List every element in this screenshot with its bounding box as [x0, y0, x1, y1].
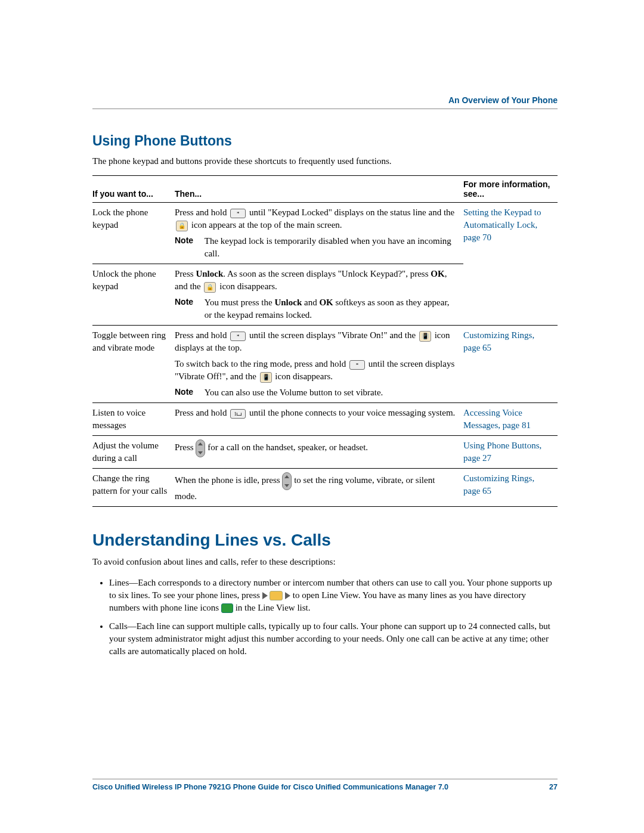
bullet-list: Lines—Each corresponds to a directory nu… — [109, 577, 558, 658]
lock-icon: 🔒 — [204, 282, 216, 293]
asterisk-key-icon: * — [230, 209, 246, 218]
cell-link: Customizing Rings, page 65 — [463, 469, 558, 507]
cell-then: Press Unlock. As soon as the screen disp… — [175, 264, 463, 326]
cell-want: Listen to voice messages — [92, 403, 175, 436]
cell-link: Using Phone Buttons, page 27 — [463, 436, 558, 469]
th-then: Then... — [175, 176, 463, 203]
line-icon — [221, 603, 233, 613]
lock-icon: 🔒 — [176, 221, 188, 231]
cell-want: Lock the phone keypad — [92, 203, 175, 264]
note-label: Note — [175, 235, 202, 247]
cell-want: Unlock the phone keypad — [92, 264, 175, 326]
right-arrow-icon — [285, 592, 290, 599]
page-footer: Cisco Unified Wireless IP Phone 7921G Ph… — [92, 779, 558, 791]
list-item: Lines—Each corresponds to a directory nu… — [109, 577, 558, 614]
section2-intro: To avoid confusion about lines and calls… — [92, 556, 558, 568]
one-key-icon: 1⌴ — [230, 409, 246, 419]
link-buttons[interactable]: Using Phone Buttons, page 27 — [463, 441, 541, 463]
table-row: Lock the phone keypad Press and hold * u… — [92, 203, 558, 264]
phone-icon — [270, 591, 283, 600]
right-arrow-icon — [262, 592, 268, 599]
asterisk-key-icon: * — [230, 332, 246, 341]
vibrate-icon: 📳 — [260, 372, 272, 383]
chapter-header: An Overview of Your Phone — [92, 95, 558, 109]
note-text: The keypad lock is temporarily disabled … — [205, 235, 456, 260]
asterisk-key-icon: * — [349, 360, 365, 370]
shortcuts-table: If you want to... Then... For more infor… — [92, 175, 558, 507]
list-item: Calls—Each line can support multiple cal… — [109, 620, 558, 658]
cell-link: Accessing Voice Messages, page 81 — [463, 403, 558, 436]
th-info: For more information, see... — [463, 176, 558, 203]
cell-then: Press for a call on the handset, speaker… — [175, 436, 463, 469]
link-voicemail[interactable]: Accessing Voice Messages, page 81 — [463, 408, 531, 430]
note-label: Note — [175, 296, 202, 308]
table-row: Adjust the volume during a call Press fo… — [92, 436, 558, 469]
th-want: If you want to... — [92, 176, 175, 203]
page-number: 27 — [549, 783, 558, 791]
cell-then: When the phone is idle, press to set the… — [175, 469, 463, 507]
section-title-lines: Understanding Lines vs. Calls — [92, 531, 558, 550]
note-label: Note — [175, 386, 202, 398]
volume-rocker-icon — [196, 439, 205, 457]
table-row: Listen to voice messages Press and hold … — [92, 403, 558, 436]
cell-then: Press and hold * until the screen displa… — [175, 326, 463, 403]
table-row: Change the ring pattern for your calls W… — [92, 469, 558, 507]
cell-want: Toggle between ring and vibrate mode — [92, 326, 175, 403]
section-title-buttons: Using Phone Buttons — [92, 133, 558, 149]
cell-then: Press and hold * until "Keypad Locked" d… — [175, 203, 463, 264]
link-rings[interactable]: Customizing Rings, page 65 — [463, 330, 534, 352]
cell-then: Press and hold 1⌴ until the phone connec… — [175, 403, 463, 436]
volume-rocker-icon — [282, 472, 292, 490]
note-text: You must press the Unlock and OK softkey… — [205, 296, 456, 321]
link-rings-2[interactable]: Customizing Rings, page 65 — [463, 473, 534, 496]
footer-title: Cisco Unified Wireless IP Phone 7921G Ph… — [92, 783, 448, 791]
vibrate-icon: 📳 — [419, 331, 431, 342]
cell-want: Change the ring pattern for your calls — [92, 469, 175, 507]
section-intro: The phone keypad and buttons provide the… — [92, 155, 558, 167]
cell-link: Customizing Rings, page 65 — [463, 326, 558, 403]
note-text: You can also use the Volume button to se… — [205, 386, 456, 399]
link-keypad-lock[interactable]: Setting the Keypad to Automatically Lock… — [463, 208, 541, 242]
cell-link: Setting the Keypad to Automatically Lock… — [463, 203, 558, 326]
cell-want: Adjust the volume during a call — [92, 436, 175, 469]
table-row: Toggle between ring and vibrate mode Pre… — [92, 326, 558, 403]
